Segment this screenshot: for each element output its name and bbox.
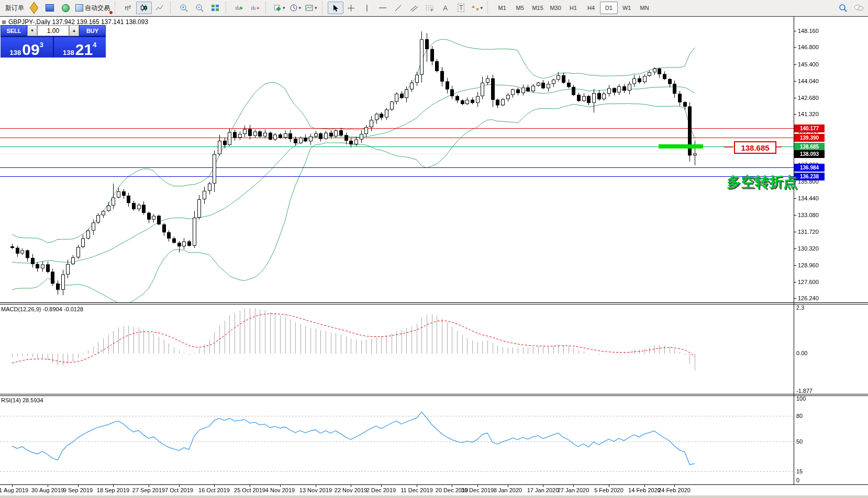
sell-price-pip: 3 [40, 41, 43, 49]
price-callout-138685[interactable]: 138.685 [734, 141, 776, 154]
rsi-value: 28.5934 [23, 397, 43, 403]
zoom-out-button[interactable] [192, 2, 207, 14]
bar-chart-button[interactable] [120, 2, 136, 14]
text-tool-button[interactable]: A [438, 2, 453, 14]
buy-price-prefix: 138 [63, 49, 74, 56]
equidistant-channel-button[interactable] [406, 2, 422, 14]
rsi-axis-15: 15 [796, 468, 803, 474]
market-watch-button[interactable] [42, 2, 58, 14]
trendline-button[interactable] [391, 2, 406, 14]
trendline-icon [394, 4, 402, 12]
sell-price-display[interactable]: 138 09 3 [1, 37, 53, 58]
chart-shift-icon [251, 4, 259, 12]
timeframe-mn-button[interactable]: MN [636, 2, 653, 14]
one-click-trade-panel: SELL ▼ 1.00 ▲ BUY 138 09 3 138 21 4 [1, 25, 106, 58]
text-label-icon: T [458, 4, 464, 12]
indicators-button[interactable]: ▾ [271, 2, 287, 14]
new-chart-icon [30, 2, 38, 14]
autotrading-label: 自动交易 [85, 4, 110, 13]
candlestick-icon [140, 4, 148, 12]
timeframe-m5-button[interactable]: M5 [511, 2, 529, 14]
zoom-in-button[interactable] [176, 2, 192, 14]
buy-price-big: 21 [75, 43, 93, 56]
autotrading-icon [75, 4, 83, 12]
signals-button[interactable] [58, 2, 73, 14]
new-order-button[interactable]: 新订单 [2, 2, 26, 14]
auto-scroll-button[interactable] [231, 2, 247, 14]
chevron-down-icon: ▾ [283, 5, 285, 10]
toolbar-separator [170, 2, 173, 14]
price-tag-136.238: 136.238 [794, 173, 825, 180]
price-tag-138.093: 138.093 [794, 150, 825, 158]
new-chart-button[interactable] [26, 2, 42, 14]
svg-text:F: F [431, 8, 433, 12]
macd-name: MACD(12,26,9) [1, 306, 41, 312]
price-tag-138.685: 138.685 [794, 143, 825, 151]
buy-price-display[interactable]: 138 21 4 [54, 37, 106, 58]
candlestick-chart-button[interactable] [136, 2, 152, 14]
chevron-down-icon: ▾ [481, 5, 483, 10]
tile-windows-icon [211, 4, 219, 12]
templates-button[interactable]: ▾ [303, 2, 319, 14]
macd-pane-label: MACD(12,26,9) -0.8904 -0.0128 [1, 306, 83, 312]
vertical-line-button[interactable] [359, 2, 375, 14]
horizontal-line-icon [379, 5, 387, 11]
fibonacci-button[interactable]: F [422, 2, 438, 14]
indicators-icon [273, 4, 282, 12]
sell-price-big: 09 [22, 43, 39, 56]
new-order-label: 新订单 [5, 4, 24, 13]
cursor-button[interactable] [328, 2, 343, 14]
toolbar-separator [115, 2, 118, 14]
sell-button[interactable]: SELL [1, 25, 27, 36]
price-tag-140.177: 140.177 [794, 124, 825, 132]
bar-chart-icon [124, 4, 132, 12]
fibonacci-icon: F [426, 4, 434, 12]
buy-price-pip: 4 [93, 41, 96, 49]
timeframe-m30-button[interactable]: M30 [547, 2, 564, 14]
timeframe-d1-button[interactable]: D1 [600, 2, 618, 14]
timeframe-m15-button[interactable]: M15 [529, 2, 547, 14]
periods-button[interactable]: ▾ [287, 2, 304, 14]
timeframe-w1-button[interactable]: W1 [618, 2, 636, 14]
volume-decrease-button[interactable]: ▼ [27, 25, 37, 36]
horizontal-line-button[interactable] [375, 2, 391, 14]
timeframe-h1-button[interactable]: H1 [564, 2, 582, 14]
timeframe-h4-button[interactable]: H4 [582, 2, 600, 14]
text-tool-icon: A [443, 4, 448, 12]
search-button[interactable] [835, 2, 851, 14]
chart-title: GBPJPY-,Daily 137.942 139.165 137.141 13… [2, 18, 148, 26]
chevron-down-icon: ▾ [299, 5, 302, 10]
timeframe-m1-button[interactable]: M1 [493, 2, 511, 14]
rsi-pane-label: RSI(14) 28.5934 [1, 397, 43, 403]
text-label-tool-button[interactable]: T [453, 2, 469, 14]
tile-windows-button[interactable] [207, 2, 223, 14]
price-tag-136.984: 136.984 [794, 164, 825, 172]
toolbar-separator [322, 2, 325, 14]
crosshair-button[interactable] [343, 2, 359, 14]
volume-field[interactable]: 1.00 [37, 25, 69, 36]
ohlc-values: 137.942 139.165 137.141 138.093 [52, 18, 149, 26]
chat-button[interactable] [851, 2, 866, 14]
buy-button[interactable]: BUY [79, 25, 106, 36]
autotrading-button[interactable]: 自动交易 [73, 2, 112, 14]
chart-shift-button[interactable] [247, 2, 263, 14]
vertical-line-icon [364, 4, 370, 12]
arrows-tool-button[interactable]: ▾ [469, 2, 485, 14]
rsi-axis-0: 0 [796, 477, 799, 483]
price-chart-canvas[interactable] [0, 0, 868, 498]
auto-scroll-icon [235, 4, 243, 12]
cursor-icon [332, 4, 339, 12]
toolbar-separator [226, 2, 229, 14]
rsi-axis-50: 50 [796, 438, 803, 445]
volume-increase-button[interactable]: ▲ [69, 25, 79, 36]
line-chart-icon [155, 4, 164, 12]
line-chart-button[interactable] [152, 2, 168, 14]
turning-point-annotation[interactable]: 多空转折点 [727, 173, 797, 191]
rsi-axis-80: 80 [796, 413, 803, 419]
toolbar-separator [487, 2, 491, 14]
autotrading-off-badge [109, 11, 113, 14]
channel-icon [410, 4, 418, 12]
search-icon [839, 4, 848, 13]
market-watch-icon [46, 4, 54, 12]
toolbar-separator [265, 2, 269, 14]
